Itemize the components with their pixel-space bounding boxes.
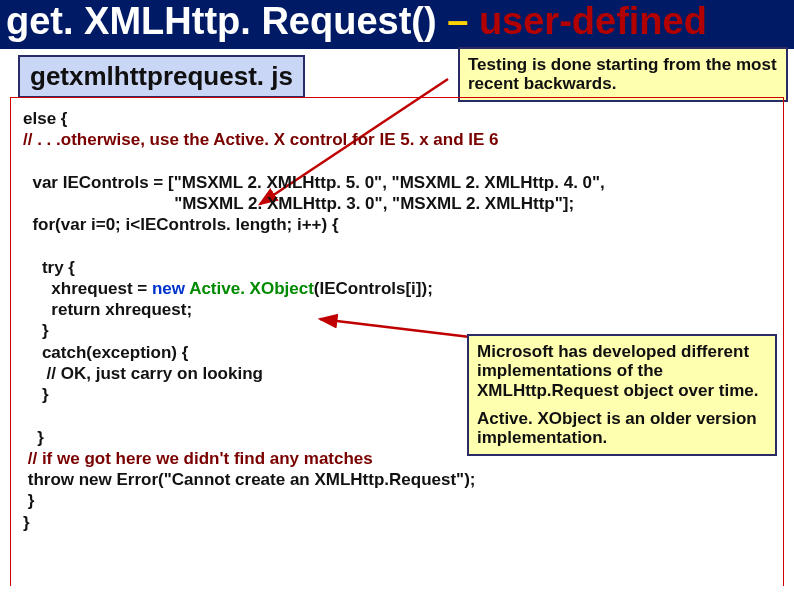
title-func: get. XMLHttp. Request() (6, 0, 437, 42)
title-sep: – (437, 0, 479, 42)
code-line: else { (23, 109, 72, 128)
code-line: xhrequest = (23, 279, 152, 298)
code-line: "MSXML 2. XMLHttp. 3. 0", "MSXML 2. XMLH… (23, 194, 574, 213)
code-line: } (23, 513, 30, 532)
code-line: } (23, 385, 49, 404)
code-line: throw new Error("Cannot create an XMLHtt… (23, 470, 475, 489)
callout-mid-p2: Active. XObject is an older version impl… (477, 409, 767, 448)
code-line: var IEControls = ["MSXML 2. XMLHttp. 5. … (23, 173, 605, 192)
filename-label: getxmlhttprequest. js (30, 61, 293, 91)
code-line: try { (23, 258, 75, 277)
code-line: } (23, 491, 34, 510)
code-line: (IEControls[i]); (314, 279, 433, 298)
code-line: return xhrequest; (23, 300, 192, 319)
title-userdef: user-defined (479, 0, 707, 42)
title-bar: get. XMLHttp. Request() – user-defined (0, 0, 794, 49)
callout-testing-order: Testing is done starting from the most r… (458, 47, 788, 102)
code-comment: // . . .otherwise, use the Active. X con… (23, 130, 499, 149)
code-line: } (23, 428, 44, 447)
code-line: // OK, just carry on looking (23, 364, 263, 383)
code-line: for(var i=0; i<IEControls. length; i++) … (23, 215, 339, 234)
code-line: catch(exception) { (23, 343, 188, 362)
code-keyword-new: new (152, 279, 189, 298)
code-line: } (23, 321, 49, 340)
filename-tab: getxmlhttprequest. js (18, 55, 305, 98)
slide-content: getxmlhttprequest. js Testing is done st… (0, 49, 794, 595)
code-comment: // if we got here we didn't find any mat… (23, 449, 373, 468)
code-frame: Microsoft has developed different implem… (10, 97, 784, 586)
spacer (477, 401, 767, 409)
callout-top-text: Testing is done starting from the most r… (468, 55, 777, 94)
code-block: else { // . . .otherwise, use the Active… (23, 108, 771, 533)
callout-mid-p1: Microsoft has developed different implem… (477, 342, 767, 401)
code-activexobject: Active. XObject (189, 279, 314, 298)
page-title: get. XMLHttp. Request() – user-defined (6, 0, 707, 42)
callout-activex: Microsoft has developed different implem… (467, 334, 777, 456)
